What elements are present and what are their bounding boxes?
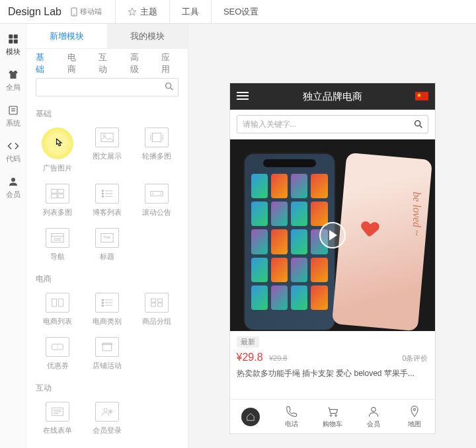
product-image[interactable] [230, 139, 435, 331]
svg-rect-6 [13, 40, 17, 44]
mod-coupon[interactable]: 优惠券 [36, 337, 80, 371]
mod-title[interactable]: Title标题 [85, 228, 130, 262]
rail-global[interactable]: 全局 [6, 69, 20, 93]
cart-icon [326, 405, 339, 418]
svg-point-65 [413, 408, 415, 410]
nav-phone[interactable]: 电话 [271, 400, 312, 433]
system-icon [7, 104, 19, 116]
svg-rect-4 [13, 34, 17, 38]
svg-point-60 [415, 121, 420, 126]
cat-inter[interactable]: 互动 [99, 52, 116, 75]
home-icon [246, 412, 255, 422]
svg-rect-45 [151, 303, 155, 307]
price-old: ¥29.8 [269, 354, 288, 362]
nav-map[interactable]: 地图 [394, 400, 435, 433]
svg-marker-2 [128, 8, 136, 15]
svg-rect-18 [52, 189, 57, 193]
mod-product-group[interactable]: 商品分组 [134, 293, 178, 326]
mod-blog-list[interactable]: 博客列表 [85, 184, 130, 217]
svg-rect-5 [9, 40, 13, 44]
mod-product-category[interactable]: 电商类别 [85, 293, 130, 326]
svg-point-63 [335, 414, 337, 416]
search-icon [413, 119, 424, 130]
phone-icon [285, 405, 298, 418]
svg-point-14 [103, 135, 105, 137]
svg-rect-15 [152, 133, 161, 141]
svg-rect-43 [151, 299, 155, 302]
module-search-input[interactable] [36, 78, 178, 96]
rail-modules[interactable]: 模块 [6, 33, 20, 57]
rail-system[interactable]: 系统 [6, 104, 20, 128]
svg-point-10 [11, 178, 15, 182]
mod-image-text[interactable]: 图文展示 [85, 128, 130, 173]
rail-code[interactable]: 代码 [6, 140, 20, 164]
phone-search-placeholder: 请输入关键字... [243, 119, 297, 130]
svg-point-22 [102, 190, 104, 192]
svg-rect-13 [101, 133, 113, 141]
svg-text:Title: Title [103, 235, 110, 239]
tab-theme[interactable]: 主题 [115, 0, 169, 23]
code-icon [7, 140, 19, 152]
svg-rect-41 [102, 305, 104, 307]
tab-tools[interactable]: 工具 [169, 0, 211, 23]
svg-line-12 [171, 88, 173, 90]
theme-icon [128, 7, 137, 17]
svg-point-26 [102, 196, 104, 198]
group-title-inter: 互动 [36, 383, 178, 394]
mod-ad-image[interactable]: 广告图片 [36, 128, 80, 173]
nav-cart[interactable]: 购物车 [312, 400, 353, 433]
user-icon [367, 405, 380, 418]
svg-rect-19 [58, 189, 63, 193]
svg-rect-46 [157, 303, 162, 307]
nav-home[interactable] [230, 400, 271, 433]
mod-form[interactable]: 在线表单 [36, 402, 80, 435]
mobile-icon [71, 7, 77, 17]
svg-line-61 [420, 126, 422, 128]
flag-icon[interactable] [415, 92, 428, 100]
nav-member[interactable]: 会员 [353, 400, 394, 433]
mod-member-login[interactable]: 会员登录 [85, 402, 130, 435]
svg-point-64 [371, 407, 376, 412]
svg-rect-39 [102, 302, 104, 304]
rail-member[interactable]: 会员 [6, 176, 20, 200]
cat-app[interactable]: 应用 [161, 52, 178, 75]
member-icon [7, 176, 19, 188]
product-desc: 热卖款多功能手绳 插卡支架 爱心 beloved 苹果手... [237, 367, 428, 379]
badge-new: 最新 [237, 336, 259, 348]
panel-tab-new[interactable]: 新增模块 [26, 24, 107, 48]
mod-shop-activity[interactable]: 店铺活动 [85, 337, 130, 371]
device-selector[interactable]: 移动端 [71, 7, 102, 17]
svg-point-53 [104, 408, 107, 412]
svg-rect-7 [9, 106, 17, 114]
mod-list-images[interactable]: 列表多图 [36, 184, 80, 217]
svg-rect-20 [52, 194, 57, 198]
svg-point-24 [102, 193, 104, 195]
map-icon [408, 405, 421, 418]
tab-seo[interactable]: SEO设置 [211, 0, 270, 23]
phone-title: 独立品牌电商 [303, 91, 362, 103]
svg-rect-3 [9, 34, 13, 38]
preview-canvas: 独立品牌电商 请输入关键字... 最新 ¥29.8 ¥29.8 [188, 24, 476, 448]
logo: Design Lab [8, 6, 61, 18]
phone-frame: 独立品牌电商 请输入关键字... 最新 ¥29.8 ¥29.8 [230, 83, 435, 433]
group-title-basic: 基础 [36, 108, 178, 120]
menu-icon[interactable] [237, 91, 249, 102]
module-search[interactable] [36, 78, 178, 96]
cat-ecom[interactable]: 电商 [67, 52, 85, 75]
cat-basic[interactable]: 基础 [36, 52, 53, 75]
svg-rect-35 [52, 299, 57, 307]
svg-rect-44 [157, 299, 162, 302]
mod-carousel[interactable]: 轮播多图 [134, 128, 178, 173]
mod-product-list[interactable]: 电商列表 [36, 293, 80, 326]
svg-rect-21 [58, 194, 63, 198]
play-icon[interactable] [319, 222, 346, 248]
review-count: 0条评价 [402, 354, 428, 363]
cat-advanced[interactable]: 高级 [130, 52, 147, 75]
shirt-icon [7, 69, 19, 81]
phone-search[interactable]: 请输入关键字... [237, 115, 428, 133]
mod-nav[interactable]: 导航 [36, 228, 80, 262]
modules-icon [7, 33, 19, 45]
panel-tab-mine[interactable]: 我的模块 [107, 24, 188, 48]
price: ¥29.8 [237, 352, 263, 363]
mod-marquee[interactable]: 滚动公告 [134, 184, 178, 217]
